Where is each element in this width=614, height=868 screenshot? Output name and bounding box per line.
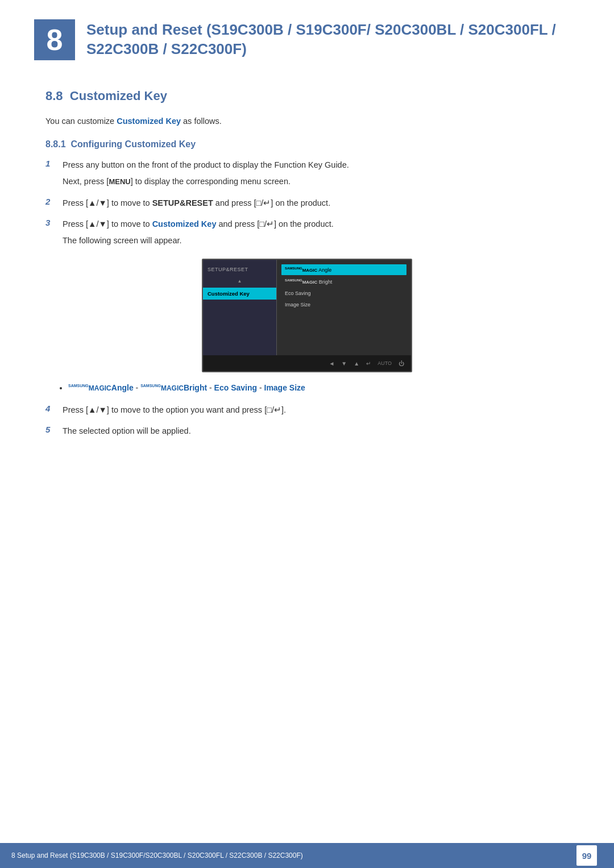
monitor-icon-back: ◄ (329, 360, 334, 367)
monitor-menu-title: SETUP&RESET (203, 264, 276, 276)
options-bullet-list: SAMSUNGMAGICAngle - SAMSUNGMAGICBright -… (45, 381, 569, 394)
monitor-icon-enter: ↵ (366, 360, 371, 367)
monitor-icon-up: ▲ (354, 360, 359, 367)
monitor-left-panel: SETUP&RESET ▲ Customized Key (203, 260, 277, 371)
monitor-icon-down: ▼ (341, 360, 347, 367)
step-4: 4 Press [▲/▼] to move to the option you … (45, 404, 569, 417)
step-number-1: 1 (45, 159, 57, 168)
monitor-option-bright: SAMSUNGMAGIC Bright (281, 276, 406, 287)
steps-list-cont: 4 Press [▲/▼] to move to the option you … (45, 404, 569, 438)
monitor-arrow-up: ▲ (203, 276, 276, 288)
subsection-heading: 8.8.1 Configuring Customized Key (45, 139, 569, 149)
monitor-screen: ● SETUP&RESET ▲ Customized Key SAMSUNGMA… (202, 259, 412, 372)
step-2: 2 Press [▲/▼] to move to SETUP&RESET and… (45, 197, 569, 210)
options-bullet-item: SAMSUNGMAGICAngle - SAMSUNGMAGICBright -… (68, 381, 569, 394)
monitor-icon-power: ⏻ (399, 360, 404, 367)
step-1: 1 Press any button on the front of the p… (45, 159, 569, 188)
monitor-option-imagesize: Image Size (281, 300, 406, 310)
footer-text: 8 Setup and Reset (S19C300B / S19C300F/S… (11, 852, 303, 859)
step-content-4: Press [▲/▼] to move to the option you wa… (63, 404, 569, 417)
chapter-title: Setup and Reset (S19C300B / S19C300F/ S2… (86, 17, 580, 59)
step-number-5: 5 (45, 425, 57, 434)
step-number-3: 3 (45, 218, 57, 227)
step-content-5: The selected option will be applied. (63, 425, 569, 438)
step-number-2: 2 (45, 197, 57, 206)
chapter-number: 8 (34, 19, 75, 60)
section-heading: 8.8 Customized Key (45, 89, 569, 103)
page-footer: 8 Setup and Reset (S19C300B / S19C300F/S… (0, 843, 614, 868)
steps-list: 1 Press any button on the front of the p… (45, 159, 569, 247)
chapter-header: 8 Setup and Reset (S19C300B / S19C300F/ … (0, 0, 614, 72)
monitor-option-eco: Eco Saving (281, 288, 406, 298)
monitor-menu-area: SETUP&RESET ▲ Customized Key SAMSUNGMAGI… (203, 260, 411, 371)
monitor-icon-auto: AUTO (377, 360, 392, 366)
monitor-option-angle: SAMSUNGMAGIC Angle (281, 264, 406, 275)
monitor-screenshot-container: ● SETUP&RESET ▲ Customized Key SAMSUNGMA… (45, 259, 569, 372)
step-5: 5 The selected option will be applied. (45, 425, 569, 438)
step-number-4: 4 (45, 404, 57, 413)
monitor-customized-key-item: Customized Key (203, 288, 276, 300)
step-3: 3 Press [▲/▼] to move to Customized Key … (45, 218, 569, 247)
footer-page-number: 99 (576, 845, 597, 866)
main-content: 8.8 Customized Key You can customize Cus… (0, 72, 614, 491)
step-content-2: Press [▲/▼] to move to SETUP&RESET and p… (63, 197, 569, 210)
monitor-right-panel: SAMSUNGMAGIC Angle SAMSUNGMAGIC Bright E… (277, 260, 411, 371)
monitor-bottom-icons: ◄ ▼ ▲ ↵ AUTO ⏻ (203, 355, 411, 371)
step-content-3: Press [▲/▼] to move to Customized Key an… (63, 218, 569, 247)
step-content-1: Press any button on the front of the pro… (63, 159, 569, 188)
intro-paragraph: You can customize Customized Key as foll… (45, 115, 569, 128)
